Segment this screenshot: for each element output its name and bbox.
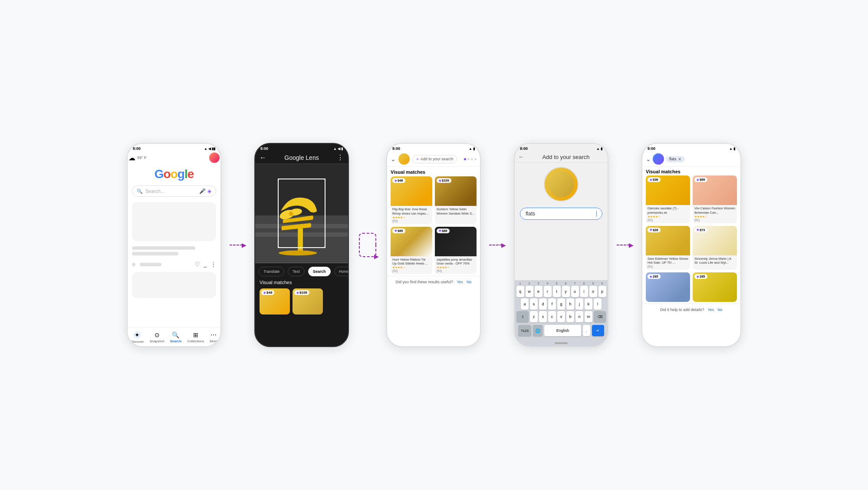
result-price-5-2: ◈ $89 bbox=[694, 177, 707, 182]
tab-text[interactable]: Text bbox=[288, 267, 305, 276]
visual-matches-label-2: Visual matches bbox=[255, 278, 348, 287]
status-bar-2: 8:00 ▲ ◀ ▮ bbox=[255, 144, 348, 152]
add-to-search-button[interactable]: + Add to your search bbox=[412, 155, 457, 163]
more-icon[interactable]: ⋮ bbox=[210, 261, 216, 268]
lens-icon-1[interactable]: ◈ bbox=[207, 188, 211, 194]
result-card-5-2[interactable]: ◈ $89 Vivi Cieken Fashion Women Bohemian… bbox=[693, 175, 737, 223]
key-e[interactable]: e bbox=[535, 286, 542, 297]
key-globe[interactable]: 🌐 bbox=[533, 325, 542, 336]
search-input-1[interactable]: Search... bbox=[145, 189, 197, 194]
key-m[interactable]: m bbox=[585, 311, 592, 322]
key-numbers[interactable]: ?123 bbox=[518, 325, 531, 336]
wifi-icon-1: ▲ bbox=[204, 147, 207, 151]
key-english[interactable]: English bbox=[544, 325, 581, 336]
more-button-2[interactable]: ⋮ bbox=[337, 153, 344, 162]
heart-icon[interactable]: ♡ bbox=[195, 261, 200, 268]
result-card-5-1[interactable]: ◈ $38 Dámske sandále (7) - premamku.sk ★… bbox=[646, 175, 690, 223]
key-period[interactable]: . bbox=[583, 325, 590, 336]
key-v[interactable]: v bbox=[557, 311, 565, 322]
lens-icon-5-2: ◈ bbox=[697, 178, 699, 182]
key-a[interactable]: a bbox=[521, 298, 529, 310]
result-card-3[interactable]: ◈ $65 Huni Yellow Ribbon Tie Up Gold Sti… bbox=[391, 227, 432, 275]
chevron-down-icon-3[interactable]: ⌄ bbox=[391, 156, 396, 162]
key-j[interactable]: j bbox=[575, 298, 583, 310]
lens-title: Google Lens bbox=[284, 154, 319, 161]
key-d[interactable]: d bbox=[539, 298, 547, 310]
arrow-1: ▶ bbox=[229, 242, 247, 248]
share-icon[interactable]: ⎯ bbox=[204, 261, 207, 268]
result-card-5-3[interactable]: ◈ $28 Sam Edelman Yellow Shoes Hot Sale,… bbox=[646, 226, 690, 270]
key-q[interactable]: q bbox=[516, 286, 524, 297]
thumb-1[interactable]: ◈ $48 bbox=[260, 288, 290, 315]
result-card-5-6[interactable]: ◈ 285 bbox=[693, 272, 737, 302]
battery-icon-4: ▮ bbox=[601, 147, 602, 151]
nav-discover[interactable]: ✦ Discover bbox=[131, 331, 144, 344]
key-r[interactable]: r bbox=[544, 286, 552, 297]
tab-homework[interactable]: Homework bbox=[334, 267, 348, 276]
chevron-down-icon-5[interactable]: ⌄ bbox=[646, 156, 651, 162]
key-w[interactable]: w bbox=[526, 286, 533, 297]
corner-br bbox=[320, 243, 326, 248]
nav-collections[interactable]: ⊞ Collections bbox=[187, 331, 204, 343]
key-h[interactable]: h bbox=[566, 298, 574, 310]
result-card-4[interactable]: ◈ $89 zapatillas pony amarillas Gran ven… bbox=[435, 227, 477, 275]
lens-icon-5-5: ◈ bbox=[650, 275, 652, 278]
key-enter[interactable]: ↵ bbox=[592, 325, 604, 336]
feedback-no-3[interactable]: No bbox=[467, 280, 472, 284]
feedback-yes-3[interactable]: Yes bbox=[457, 280, 463, 284]
key-n[interactable]: n bbox=[575, 311, 583, 322]
key-l[interactable]: l bbox=[594, 298, 602, 310]
results-grid-5: ◈ $38 Dámske sandále (7) - premamku.sk ★… bbox=[642, 175, 740, 302]
action-icons: ♡ ⎯ ⋮ bbox=[195, 261, 216, 268]
feedback-no-5[interactable]: No bbox=[717, 308, 723, 312]
input-flats[interactable]: flats bbox=[526, 211, 596, 217]
mic-icon-1[interactable]: 🎤 bbox=[199, 188, 206, 194]
action-bar-1: ♡ ⎯ ⋮ bbox=[132, 259, 216, 269]
feedback-yes-5[interactable]: Yes bbox=[707, 308, 714, 312]
status-icons-2: ▲ ◀ ▮ bbox=[333, 147, 343, 151]
tag-remove-button[interactable]: ✕ bbox=[678, 157, 681, 162]
key-s[interactable]: s bbox=[530, 298, 538, 310]
key-t[interactable]: t bbox=[553, 286, 561, 297]
key-backspace[interactable]: ⌫ bbox=[594, 311, 606, 322]
key-p[interactable]: p bbox=[598, 286, 606, 297]
result-title-2: Sorbern Yellow Satin Women Sandals Wide … bbox=[437, 207, 475, 216]
nav-snapshot[interactable]: ⊙ Snapshot bbox=[150, 331, 164, 343]
keyboard[interactable]: 1 2 3 4 5 6 7 8 9 0 q w e r t y u i bbox=[515, 280, 608, 340]
key-c[interactable]: c bbox=[548, 311, 556, 322]
key-g[interactable]: g bbox=[557, 298, 565, 310]
search-input-area[interactable]: flats bbox=[520, 208, 602, 220]
time-3: 8:00 bbox=[392, 146, 400, 151]
back-button-4[interactable]: ← bbox=[518, 153, 524, 160]
nav-more[interactable]: ⋯ More bbox=[210, 331, 217, 343]
result-card-2[interactable]: ◈ $109 Sorbern Yellow Satin Women Sandal… bbox=[435, 176, 477, 224]
more-icon-nav: ⋯ bbox=[210, 331, 217, 338]
stars-1: ★★★★☆ bbox=[392, 216, 431, 219]
key-shift[interactable]: ⇧ bbox=[516, 311, 529, 322]
corner-tl bbox=[278, 179, 283, 184]
tab-search-active[interactable]: Search bbox=[308, 267, 331, 276]
tab-translate[interactable]: Translate bbox=[259, 267, 284, 276]
key-y[interactable]: y bbox=[562, 286, 570, 297]
key-x[interactable]: x bbox=[539, 311, 547, 322]
back-button-2[interactable]: ← bbox=[260, 154, 266, 162]
result-card-5-5[interactable]: ◈ 285 bbox=[646, 272, 690, 302]
avatar-1[interactable] bbox=[209, 152, 220, 163]
result-card-5-4[interactable]: ◈ $73 Sincerely Jenna Marie | A St. Loui… bbox=[693, 226, 737, 270]
key-o[interactable]: o bbox=[589, 286, 597, 297]
thumb-2[interactable]: ◈ $109 bbox=[293, 288, 323, 315]
key-z[interactable]: z bbox=[530, 311, 538, 322]
profile-pic-5 bbox=[653, 153, 664, 165]
battery-icon-1: ▮▮ bbox=[212, 147, 215, 151]
key-k[interactable]: k bbox=[585, 298, 592, 310]
result-card-1[interactable]: ◈ $48 Flip-flop fear: how these flimsy s… bbox=[391, 176, 432, 224]
lens-tabs: Translate Text Search Homework Shopp... bbox=[255, 263, 348, 278]
key-u[interactable]: u bbox=[571, 286, 579, 297]
search-bar-1[interactable]: 🔍 Search... 🎤 ◈ bbox=[132, 185, 216, 197]
nav-snapshot-label: Snapshot bbox=[150, 339, 164, 343]
arrow-3: ▶ bbox=[489, 242, 506, 248]
nav-search[interactable]: 🔍 Search bbox=[170, 331, 181, 343]
key-f[interactable]: f bbox=[548, 298, 556, 310]
key-b[interactable]: b bbox=[566, 311, 574, 322]
key-i[interactable]: i bbox=[580, 286, 588, 297]
